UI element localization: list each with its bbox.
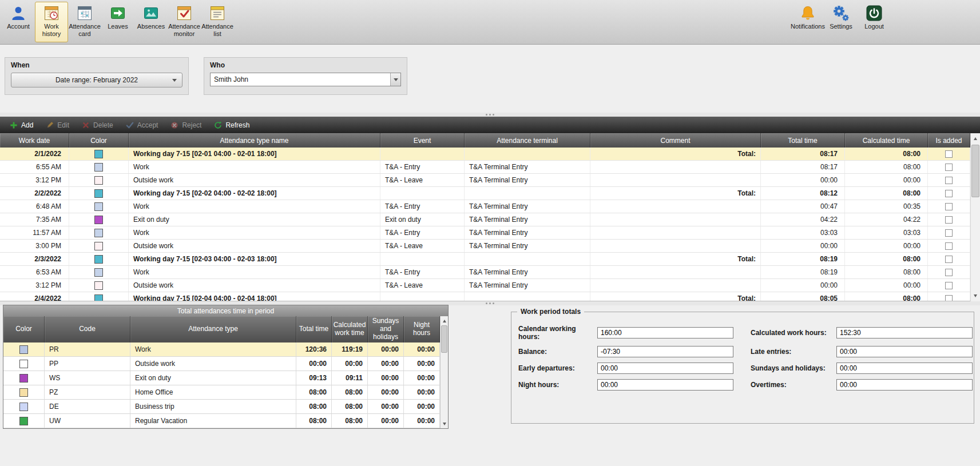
attendance-entry-row[interactable]: 6:53 AMWorkT&A - EntryT&A Terminal Entry… xyxy=(0,266,970,279)
is-added-checkbox[interactable] xyxy=(945,150,953,158)
summary-row[interactable]: UWRegular Vacation08:0008:0000:0000:00 xyxy=(3,414,440,428)
attendance-type-cell: Work xyxy=(130,342,296,356)
color-cell xyxy=(69,226,129,239)
is-added-checkbox[interactable] xyxy=(945,203,953,210)
accept-icon xyxy=(126,121,134,129)
account-icon xyxy=(10,5,27,22)
day-summary-row[interactable]: 2/4/2022Working day 7-15 [02-04 04:00 - … xyxy=(0,292,970,301)
is-added-checkbox[interactable] xyxy=(945,282,953,289)
scroll-down-arrow[interactable] xyxy=(971,291,980,301)
toolbar-item-work-history[interactable]: Work history xyxy=(35,2,68,42)
calendar-working-hours-field[interactable] xyxy=(597,327,733,338)
summary-row[interactable]: PRWork120:36119:1900:0000:00 xyxy=(3,342,440,357)
date-range-dropdown[interactable]: Date range: February 2022 xyxy=(11,73,182,87)
add-button[interactable]: Add xyxy=(3,117,39,133)
calculated-work-hours-label: Calculated work hours: xyxy=(751,329,836,337)
toolbar-item-account[interactable]: Account xyxy=(2,2,35,42)
attendance-type-name-cell: Outside work xyxy=(129,174,380,186)
attendance-type-name-cell: Outside work xyxy=(129,279,380,292)
is-added-checkbox[interactable] xyxy=(945,164,953,171)
balance-field[interactable] xyxy=(597,346,733,357)
attendance-entry-row[interactable]: 3:12 PMOutside workT&A - LeaveT&A Termin… xyxy=(0,174,970,187)
toolbar-item-attendance-card[interactable]: Attendance card xyxy=(68,2,101,42)
toolbar-item-absences[interactable]: Absences xyxy=(134,2,168,42)
comment-cell: Total: xyxy=(590,253,761,265)
scrollbar-thumb[interactable] xyxy=(971,145,979,197)
col-header-is-added[interactable]: Is added xyxy=(928,133,970,148)
toolbar-item-logout[interactable]: Logout xyxy=(858,2,891,42)
attendance-entry-row[interactable]: 3:00 PMOutside workT&A - LeaveT&A Termin… xyxy=(0,240,970,253)
attendance-entry-row[interactable]: 3:12 PMOutside workT&A - LeaveT&A Termin… xyxy=(0,279,970,292)
total-time-cell: 08:00 xyxy=(296,414,332,428)
night-hours-field[interactable] xyxy=(597,379,733,391)
is-added-checkbox[interactable] xyxy=(945,256,953,263)
total-time-cell: 08:00 xyxy=(296,400,332,413)
work-date-cell: 6:48 AM xyxy=(0,200,69,213)
summary-vertical-scrollbar[interactable] xyxy=(440,316,448,428)
col-header-event[interactable]: Event xyxy=(380,133,465,148)
edit-button[interactable]: Edit xyxy=(39,117,76,133)
scroll-up-arrow[interactable] xyxy=(971,134,980,144)
delete-button[interactable]: Delete xyxy=(76,117,120,133)
col-header-calculated-time[interactable]: Calculated time xyxy=(845,133,928,148)
work-date-cell: 3:12 PM xyxy=(0,279,69,292)
day-summary-row[interactable]: 2/1/2022Working day 7-15 [02-01 04:00 - … xyxy=(0,148,970,161)
toolbar-item-leaves[interactable]: Leaves xyxy=(101,2,134,42)
day-summary-row[interactable]: 2/3/2022Working day 7-15 [02-03 04:00 - … xyxy=(0,253,970,266)
notifications-icon xyxy=(799,5,816,22)
is-added-checkbox[interactable] xyxy=(945,177,953,184)
late-entries-field[interactable] xyxy=(836,346,973,357)
col-header-attendance-type-name[interactable]: Attendance type name xyxy=(129,133,380,148)
col-header-color[interactable]: Color xyxy=(69,133,129,148)
is-added-checkbox[interactable] xyxy=(945,295,953,302)
attendance-entry-row[interactable]: 7:35 AMExit on dutyExit on dutyT&A Termi… xyxy=(0,213,970,226)
summary-row[interactable]: DEBusiness trip08:0008:0000:0000:00 xyxy=(3,400,440,414)
scroll-up-arrow[interactable] xyxy=(441,317,448,325)
is-added-checkbox[interactable] xyxy=(945,190,953,197)
accept-button[interactable]: Accept xyxy=(120,117,165,133)
col-header-attendance-terminal[interactable]: Attendance terminal xyxy=(465,133,590,148)
summary-row[interactable]: WSExit on duty09:1309:1100:0000:00 xyxy=(3,371,440,385)
toolbar-item-attendance-list[interactable]: Attendance list xyxy=(201,2,234,42)
color-cell xyxy=(69,266,129,278)
early-departures-field[interactable] xyxy=(597,363,733,374)
toolbar-item-notifications[interactable]: Notifications xyxy=(791,2,824,42)
employee-value: Smith John xyxy=(211,73,390,86)
attendance-entry-row[interactable]: 6:48 AMWorkT&A - EntryT&A Terminal Entry… xyxy=(0,200,970,213)
is-added-checkbox[interactable] xyxy=(945,242,953,250)
summary-row[interactable]: PZHome Office08:0008:0000:0000:00 xyxy=(3,385,440,400)
day-summary-row[interactable]: 2/2/2022Working day 7-15 [02-02 04:00 - … xyxy=(0,187,970,200)
toolbar-item-attendance-monitor[interactable]: Attendance monitor xyxy=(168,2,201,42)
col-header-total-time[interactable]: Total time xyxy=(761,133,845,148)
combobox-dropdown-button[interactable] xyxy=(390,73,400,86)
col-header-comment[interactable]: Comment xyxy=(590,133,761,148)
horizontal-splitter[interactable] xyxy=(0,113,980,117)
summary-row[interactable]: PPOutside work00:0000:0000:0000:00 xyxy=(3,357,440,371)
sundays-and-holidays-field[interactable] xyxy=(836,363,973,374)
reject-button[interactable]: Reject xyxy=(164,117,208,133)
attendance-color-swatch xyxy=(94,202,103,211)
event-cell xyxy=(380,253,465,265)
color-cell xyxy=(3,400,45,413)
overtimes-field[interactable] xyxy=(836,379,973,391)
is-added-checkbox[interactable] xyxy=(945,269,953,276)
employee-combobox[interactable]: Smith John xyxy=(210,73,401,86)
code-cell: DE xyxy=(45,400,130,413)
is-added-checkbox[interactable] xyxy=(945,216,953,224)
attendance-terminal-cell: T&A Terminal Entry xyxy=(465,266,590,278)
attendance-type-name-cell: Work xyxy=(129,200,380,213)
early-departures-label: Early departures: xyxy=(518,364,597,372)
attendance-entry-row[interactable]: 11:57 AMWorkT&A - EntryT&A Terminal Entr… xyxy=(0,226,970,240)
scroll-down-arrow[interactable] xyxy=(441,420,448,428)
is-added-checkbox[interactable] xyxy=(945,229,953,237)
calculated-work-hours-field[interactable] xyxy=(836,327,973,338)
col-header-work-date[interactable]: Work date xyxy=(0,133,69,148)
refresh-button[interactable]: Refresh xyxy=(208,117,256,133)
attendance-entry-row[interactable]: 6:55 AMWorkT&A - EntryT&A Terminal Entry… xyxy=(0,161,970,174)
is-added-cell xyxy=(928,240,970,252)
balance-label: Balance: xyxy=(518,348,597,356)
scrollbar-thumb[interactable] xyxy=(441,325,447,353)
grid-vertical-scrollbar[interactable] xyxy=(970,133,980,301)
toolbar-item-settings[interactable]: Settings xyxy=(824,2,858,42)
attendance-color-swatch xyxy=(19,345,28,354)
